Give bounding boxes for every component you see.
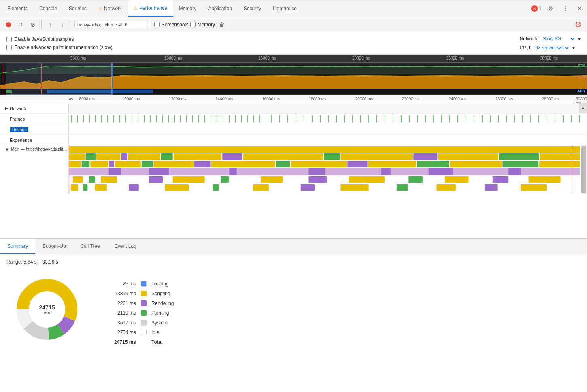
svg-rect-132 bbox=[129, 184, 139, 191]
svg-rect-104 bbox=[417, 161, 449, 167]
network-setting-select[interactable]: Slow 3G Fast 3G No throttling bbox=[541, 36, 576, 42]
more-menu-icon[interactable]: ⋮ bbox=[559, 3, 571, 14]
enable-advanced-paint-label[interactable]: Enable advanced paint instrumentation (s… bbox=[6, 45, 113, 50]
flame-row-timings-label[interactable]: Timings bbox=[0, 124, 69, 134]
gear-settings-icon[interactable]: ⚙ bbox=[572, 19, 584, 30]
toolbar-sep-1 bbox=[41, 20, 42, 29]
flame-row-network: ▶ Network ▾ bbox=[0, 103, 587, 114]
flame-row-frames: Frames bbox=[0, 114, 587, 124]
svg-rect-131 bbox=[95, 184, 107, 191]
idle-ms: 2754 ms bbox=[104, 330, 136, 335]
flame-row-main-content bbox=[69, 145, 581, 194]
performance-warning-icon: ⚠ bbox=[134, 6, 138, 11]
detail-mark-20000: 20000 ms bbox=[355, 97, 373, 101]
svg-rect-115 bbox=[508, 168, 521, 175]
svg-rect-125 bbox=[408, 176, 423, 183]
tab-performance[interactable]: ⚠ Performance bbox=[128, 0, 173, 17]
overview-ruler: 5000 ms 10000 ms 15000 ms 20000 ms 25000… bbox=[0, 55, 587, 63]
svg-rect-110 bbox=[149, 168, 169, 175]
svg-rect-19 bbox=[162, 115, 163, 123]
donut-chart: 24715 ms bbox=[15, 277, 79, 342]
record-button[interactable] bbox=[3, 19, 14, 30]
system-color bbox=[141, 320, 147, 326]
flame-row-experience-label[interactable]: Experience bbox=[0, 135, 69, 145]
cpu-setting-select[interactable]: 6× slowdown 4× slowdown No throttling bbox=[534, 45, 570, 51]
screenshots-checkbox[interactable] bbox=[154, 22, 160, 27]
ruler-mark-20000: 20000 ms bbox=[352, 56, 370, 60]
tab-lighthouse[interactable]: Lighthouse bbox=[267, 0, 303, 17]
flame-row-network-label[interactable]: ▶ Network bbox=[0, 103, 69, 113]
flame-scrollbar-thumb[interactable] bbox=[581, 146, 586, 193]
tab-memory[interactable]: Memory bbox=[173, 0, 202, 17]
network-row-scrollbar[interactable]: ▾ bbox=[579, 103, 587, 113]
flame-row-main-label[interactable]: ▼ Main — https://heavy-ads.glitch.me/?ad… bbox=[0, 145, 69, 194]
svg-rect-47 bbox=[360, 115, 361, 123]
svg-rect-75 bbox=[69, 146, 580, 153]
svg-rect-57 bbox=[441, 115, 442, 123]
download-button[interactable]: ↓ bbox=[57, 19, 68, 30]
tab-sources[interactable]: Sources bbox=[63, 0, 93, 17]
svg-rect-90 bbox=[540, 153, 580, 160]
svg-rect-54 bbox=[417, 115, 418, 123]
svg-rect-122 bbox=[261, 176, 283, 183]
net-bar-2 bbox=[47, 90, 153, 93]
flame-rows-container[interactable]: ▶ Network ▾ Frames bbox=[0, 103, 587, 238]
timeline-overview[interactable]: 5000 ms 10000 ms 15000 ms 20000 ms 25000… bbox=[0, 55, 587, 95]
svg-rect-53 bbox=[409, 115, 410, 123]
svg-rect-73 bbox=[571, 115, 572, 123]
svg-rect-135 bbox=[253, 184, 269, 191]
svg-rect-137 bbox=[341, 184, 369, 191]
tab-security[interactable]: Security bbox=[238, 0, 267, 17]
tab-security-label: Security bbox=[244, 6, 261, 11]
disable-js-samples-label[interactable]: Disable JavaScript samples bbox=[6, 36, 113, 42]
disable-js-samples-checkbox[interactable] bbox=[6, 37, 12, 42]
tab-network[interactable]: ⚠ Network bbox=[93, 0, 128, 17]
tab-event-log[interactable]: Event Log bbox=[107, 239, 144, 254]
tab-performance-label: Performance bbox=[139, 5, 167, 11]
svg-rect-59 bbox=[457, 115, 458, 123]
svg-rect-30 bbox=[229, 115, 230, 123]
marker-red-2 bbox=[41, 63, 42, 95]
flame-row-frames-label[interactable]: Frames bbox=[0, 114, 69, 124]
memory-checkbox-label[interactable]: Memory bbox=[190, 22, 215, 28]
url-selector[interactable]: heavy-ads.glitch.me #1 ▾ bbox=[74, 21, 147, 28]
tab-call-tree[interactable]: Call Tree bbox=[73, 239, 107, 254]
svg-rect-39 bbox=[296, 115, 296, 123]
clear-button[interactable]: 🗑 bbox=[217, 19, 227, 30]
svg-rect-118 bbox=[101, 176, 117, 183]
settings-icon[interactable]: ⚙ bbox=[545, 3, 556, 14]
range-label: Range: 5.64 s – 30.36 s bbox=[6, 259, 581, 265]
flame-scrollbar[interactable] bbox=[581, 145, 587, 194]
stop-button[interactable]: ⊘ bbox=[28, 19, 38, 30]
rendering-color bbox=[141, 300, 147, 306]
svg-rect-64 bbox=[498, 115, 499, 123]
svg-rect-106 bbox=[502, 161, 538, 167]
detail-mark-24000: 24000 ms bbox=[449, 97, 466, 101]
tab-summary[interactable]: Summary bbox=[0, 239, 35, 254]
svg-rect-12 bbox=[119, 115, 120, 123]
tab-elements[interactable]: Elements bbox=[2, 0, 34, 17]
svg-rect-40 bbox=[304, 115, 304, 123]
svg-rect-113 bbox=[381, 168, 391, 175]
scripting-ms: 13859 ms bbox=[104, 291, 136, 296]
svg-rect-134 bbox=[213, 184, 219, 191]
rendering-label: Rendering bbox=[151, 300, 174, 306]
tab-application[interactable]: Application bbox=[202, 0, 238, 17]
upload-button[interactable]: ↑ bbox=[45, 19, 55, 30]
error-count[interactable]: ✕ 1 bbox=[531, 5, 542, 12]
tab-bottom-up[interactable]: Bottom-Up bbox=[35, 239, 73, 254]
svg-rect-91 bbox=[69, 161, 81, 167]
settings-right: Network: Slow 3G Fast 3G No throttling ▾… bbox=[520, 36, 581, 51]
settings-panel: Disable JavaScript samples Enable advanc… bbox=[0, 32, 587, 55]
svg-rect-13 bbox=[125, 115, 126, 123]
memory-checkbox[interactable] bbox=[190, 22, 196, 27]
svg-rect-120 bbox=[173, 176, 205, 183]
enable-advanced-paint-checkbox[interactable] bbox=[6, 45, 12, 50]
screenshots-checkbox-label[interactable]: Screenshots bbox=[154, 22, 189, 28]
close-icon[interactable]: ✕ bbox=[574, 3, 585, 14]
svg-rect-45 bbox=[344, 115, 345, 123]
tab-console[interactable]: Console bbox=[34, 0, 63, 17]
svg-rect-49 bbox=[376, 115, 377, 123]
frames-chart bbox=[69, 114, 587, 124]
refresh-button[interactable]: ↺ bbox=[15, 19, 26, 30]
